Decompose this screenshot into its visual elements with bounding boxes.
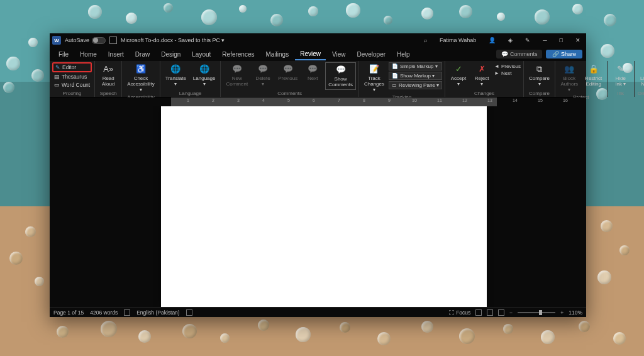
document-title[interactable]: Microsoft To-do.docx - Saved to this PC … [121, 37, 225, 43]
book-icon: ▤ [54, 74, 60, 80]
restrict-editing-button[interactable]: 🔒Restrict Editing [583, 62, 604, 89]
delete-comment-button[interactable]: 💬Delete ▾ [252, 62, 274, 89]
globe-icon: 🌐 [199, 64, 210, 75]
group-proofing: ✎Editor ▤Thesaurus ▭Word Count Proofing [50, 61, 95, 97]
comments-button[interactable]: 💬 Comments [496, 50, 542, 58]
titlebar: W AutoSave Microsoft To-do.docx - Saved … [50, 33, 586, 47]
tab-file[interactable]: File [53, 49, 74, 60]
next-comment-button[interactable]: 💬Next [302, 62, 323, 83]
document-area [50, 106, 586, 307]
previous-icon: 💬 [282, 64, 294, 75]
autosave-toggle[interactable]: AutoSave [65, 37, 106, 44]
reject-button[interactable]: ✗Reject ▾ [471, 62, 492, 89]
tab-bar: File Home Insert Draw Design Layout Refe… [50, 47, 586, 61]
show-markup-dropdown[interactable]: 📄 Show Markup ▾ [389, 72, 442, 80]
focus-mode[interactable]: ⛶ Focus [449, 309, 471, 316]
group-protect: 👥Block Authors ▾ 🔒Restrict Editing Prote… [555, 61, 608, 97]
horizontal-ruler[interactable]: 12345678910111213141516 [50, 97, 586, 106]
zoom-in-button[interactable]: + [560, 309, 564, 316]
check-accessibility-button[interactable]: ♿Check Accessibility ▾ [125, 62, 157, 94]
minimize-button[interactable]: ─ [540, 36, 550, 45]
ribbon: ✎Editor ▤Thesaurus ▭Word Count Proofing … [50, 61, 586, 97]
zoom-out-button[interactable]: − [509, 309, 513, 316]
compare-button[interactable]: ⧉Compare ▾ [526, 62, 552, 89]
share-button[interactable]: 🔗 Share [546, 50, 582, 58]
tab-review[interactable]: Review [295, 48, 326, 60]
speaker-icon: A» [103, 64, 114, 75]
tab-home[interactable]: Home [75, 49, 102, 60]
language-button[interactable]: 🌐Language ▾ [191, 62, 218, 89]
group-language: 🌐Translate ▾ 🌐Language ▾ Language [160, 61, 221, 97]
reviewing-pane-dropdown[interactable]: ▭ Reviewing Pane ▾ [389, 81, 442, 89]
read-mode-icon[interactable] [475, 309, 482, 316]
tab-view[interactable]: View [327, 49, 351, 60]
zoom-level[interactable]: 110% [569, 309, 582, 316]
maximize-button[interactable]: □ [557, 36, 566, 45]
compare-icon: ⧉ [534, 64, 545, 75]
user-avatar-icon[interactable]: 👤 [486, 36, 499, 45]
track-changes-button[interactable]: 📝Track Changes ▾ [362, 62, 387, 94]
ink-icon: ✎ [615, 64, 626, 75]
markup-dropdown[interactable]: 📄 Simple Markup ▾ [389, 62, 442, 70]
comment-icon: 💬 [231, 64, 243, 75]
status-bar: Page 1 of 15 4206 words English (Pakista… [50, 307, 586, 317]
word-count-status[interactable]: 4206 words [90, 309, 118, 316]
group-ink: ✎Hide Ink ▾ Ink [608, 61, 635, 97]
thesaurus-button[interactable]: ▤Thesaurus [52, 73, 92, 81]
tab-insert[interactable]: Insert [103, 49, 129, 60]
block-authors-button[interactable]: 👥Block Authors ▾ [558, 62, 581, 94]
close-button[interactable]: ✕ [572, 36, 584, 45]
group-speech: A»Read Aloud Speech [95, 61, 122, 97]
hide-ink-button[interactable]: ✎Hide Ink ▾ [610, 62, 631, 89]
new-comment-button[interactable]: 💬New Comment [223, 62, 250, 89]
pen-icon: ✎ [55, 64, 60, 70]
spelling-icon[interactable] [124, 309, 130, 316]
next-icon: 💬 [307, 64, 318, 75]
page-info[interactable]: Page 1 of 15 [53, 309, 84, 316]
translate-button[interactable]: 🌐Translate ▾ [163, 62, 189, 89]
tab-help[interactable]: Help [392, 49, 415, 60]
language-status[interactable]: English (Pakistan) [136, 309, 180, 316]
group-onenote: NLinked Notes OneNote [635, 61, 644, 97]
read-aloud-button[interactable]: A»Read Aloud [97, 62, 119, 89]
pen-icon[interactable]: ✎ [522, 36, 533, 45]
accept-icon: ✓ [453, 64, 464, 75]
web-layout-icon[interactable] [498, 309, 504, 316]
save-icon[interactable] [109, 36, 117, 44]
track-icon: 📝 [369, 64, 380, 75]
tab-mailings[interactable]: Mailings [260, 49, 294, 60]
tab-developer[interactable]: Developer [352, 49, 391, 60]
tab-draw[interactable]: Draw [130, 49, 155, 60]
print-layout-icon[interactable] [487, 309, 493, 316]
toggle-off-icon[interactable] [92, 37, 106, 44]
previous-comment-button[interactable]: 💬Previous [275, 62, 300, 83]
document-page[interactable] [161, 106, 487, 307]
tab-references[interactable]: References [217, 49, 259, 60]
vertical-ruler[interactable] [50, 106, 61, 307]
previous-change-button[interactable]: ◄ Previous [494, 64, 521, 69]
show-comments-icon: 💬 [335, 64, 347, 75]
tab-design[interactable]: Design [156, 49, 186, 60]
translate-icon: 🌐 [170, 64, 181, 75]
group-accessibility: ♿Check Accessibility ▾ Accessibility [122, 61, 160, 97]
group-tracking: 📝Track Changes ▾ 📄 Simple Markup ▾ 📄 Sho… [359, 61, 445, 97]
accept-button[interactable]: ✓Accept ▾ [448, 62, 469, 89]
word-app-icon: W [52, 36, 61, 45]
search-icon[interactable]: ⌕ [421, 36, 430, 45]
group-comments: 💬New Comment 💬Delete ▾ 💬Previous 💬Next 💬… [221, 61, 359, 97]
word-count-button[interactable]: ▭Word Count [52, 81, 92, 89]
next-change-button[interactable]: ► Next [494, 70, 521, 76]
word-window: W AutoSave Microsoft To-do.docx - Saved … [50, 33, 586, 317]
count-icon: ▭ [54, 82, 60, 88]
macro-icon[interactable] [186, 309, 192, 316]
reject-icon: ✗ [476, 64, 487, 75]
group-compare: ⧉Compare ▾ Compare [524, 61, 555, 97]
group-changes: ✓Accept ▾ ✗Reject ▾ ◄ Previous ► Next Ch… [445, 61, 524, 97]
user-name[interactable]: Fatima Wahab [436, 36, 479, 45]
zoom-slider[interactable] [518, 312, 555, 313]
linked-notes-button[interactable]: NLinked Notes [637, 62, 644, 89]
editor-button[interactable]: ✎Editor [52, 62, 92, 72]
tab-layout[interactable]: Layout [187, 49, 216, 60]
diamond-icon[interactable]: ◈ [505, 36, 516, 45]
show-comments-button[interactable]: 💬Show Comments [325, 62, 356, 90]
